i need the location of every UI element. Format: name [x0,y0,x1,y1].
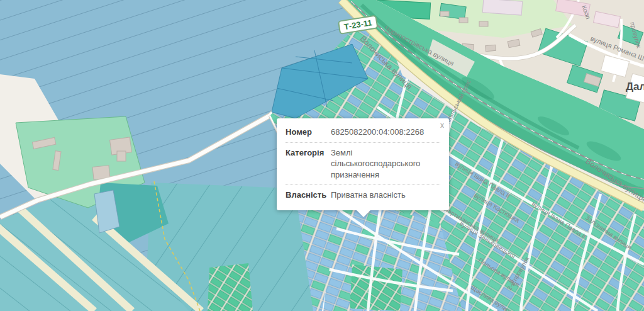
popup-row-label: Категорія [286,147,331,181]
popup-row-label: Власність [286,189,331,201]
place-label: Дал [626,81,644,93]
popup-row-value: 6825082200:04:008:2268 [331,127,440,138]
popup-row-value: Приватна власність [331,189,440,201]
popup-tail [356,210,371,217]
popup-row-number: Номер 6825082200:04:008:2268 [286,122,440,142]
green-parcel-cluster [350,264,402,311]
map-viewport[interactable]: Т-23-11 Чорноострівська вулиця Волочиськ… [0,0,644,311]
popup-row-category: Категорія Землі сільськогосподарського п… [286,142,440,185]
lavender-building [482,0,522,15]
green-parcel-cluster [208,263,253,311]
popup-row-value: Землі сільськогосподарського призначення [331,147,440,181]
popup-row-ownership: Власність Приватна власність [286,184,440,205]
popup-row-label: Номер [286,127,331,138]
parcel-info-popup: x Номер 6825082200:04:008:2268 Категорія… [277,118,449,210]
farm-building [117,151,126,161]
popup-close-button[interactable]: x [439,120,445,130]
